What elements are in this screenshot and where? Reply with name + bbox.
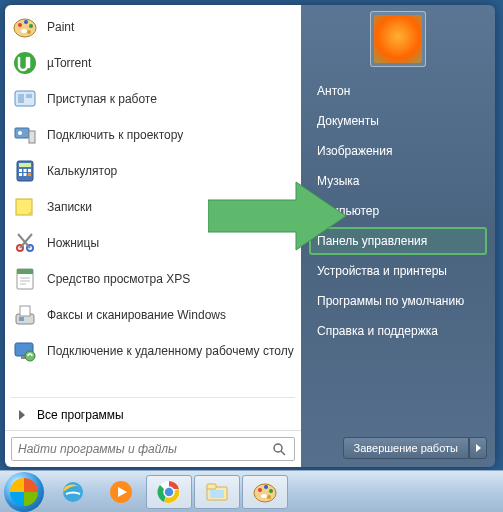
- svg-point-52: [261, 494, 267, 498]
- program-label: Подключение к удаленному рабочему столу: [47, 344, 294, 358]
- program-item-projector[interactable]: Подключить к проектору: [5, 117, 301, 153]
- program-label: Факсы и сканирование Windows: [47, 308, 226, 322]
- right-item-2[interactable]: Изображения: [309, 137, 487, 165]
- program-item-getting-started[interactable]: Приступая к работе: [5, 81, 301, 117]
- search-icon[interactable]: [272, 442, 294, 456]
- program-item-sticky-notes[interactable]: Записки: [5, 189, 301, 225]
- wmp-icon: [108, 479, 134, 505]
- svg-point-50: [269, 489, 273, 493]
- taskbar-paint[interactable]: [242, 475, 288, 509]
- projector-icon: [11, 121, 39, 149]
- svg-rect-45: [207, 484, 216, 489]
- shutdown-options-button[interactable]: [469, 437, 487, 459]
- ie-icon: [60, 479, 86, 505]
- shutdown-wrap: Завершение работы: [309, 437, 487, 459]
- fax-icon: [11, 301, 39, 329]
- right-item-0[interactable]: Антон: [309, 77, 487, 105]
- search-input[interactable]: [12, 442, 272, 456]
- program-label: Приступая к работе: [47, 92, 157, 106]
- svg-rect-11: [29, 131, 35, 143]
- svg-rect-46: [210, 490, 224, 498]
- svg-point-5: [21, 29, 27, 33]
- program-label: Средство просмотра XPS: [47, 272, 190, 286]
- svg-rect-17: [28, 169, 31, 172]
- program-label: Paint: [47, 20, 74, 34]
- svg-point-4: [27, 30, 31, 34]
- right-panel: АнтонДокументыИзображенияМузыкаКомпьютер…: [301, 5, 495, 467]
- xps-icon: [11, 265, 39, 293]
- right-item-5[interactable]: Панель управления: [309, 227, 487, 255]
- taskbar-chrome[interactable]: [146, 475, 192, 509]
- taskbar-ie[interactable]: [50, 475, 96, 509]
- svg-point-49: [264, 485, 268, 489]
- avatar-wrap: [309, 11, 487, 67]
- shutdown-button[interactable]: Завершение работы: [343, 437, 469, 459]
- svg-rect-9: [26, 94, 32, 98]
- svg-point-51: [267, 495, 271, 499]
- svg-rect-18: [19, 173, 22, 176]
- utorrent-icon: [11, 49, 39, 77]
- svg-rect-8: [18, 94, 24, 103]
- right-item-8[interactable]: Справка и поддержка: [309, 317, 487, 345]
- svg-rect-19: [24, 173, 27, 176]
- program-list: PaintµTorrentПриступая к работеПодключит…: [5, 5, 301, 395]
- paint-icon: [252, 479, 278, 505]
- taskbar: [0, 470, 503, 512]
- svg-rect-15: [19, 169, 22, 172]
- getting-started-icon: [11, 85, 39, 113]
- all-programs-item[interactable]: Все программы: [5, 400, 301, 430]
- svg-line-38: [281, 451, 285, 455]
- right-item-3[interactable]: Музыка: [309, 167, 487, 195]
- right-item-1[interactable]: Документы: [309, 107, 487, 135]
- program-label: µTorrent: [47, 56, 91, 70]
- svg-point-36: [25, 351, 35, 361]
- svg-rect-27: [17, 269, 33, 274]
- start-orb[interactable]: [4, 472, 44, 512]
- snipping-icon: [11, 229, 39, 257]
- chevron-right-icon: [476, 444, 481, 452]
- separator: [11, 397, 295, 398]
- explorer-icon: [204, 479, 230, 505]
- rdp-icon: [11, 337, 39, 365]
- svg-point-1: [18, 23, 22, 27]
- program-label: Ножницы: [47, 236, 99, 250]
- right-item-4[interactable]: Компьютер: [309, 197, 487, 225]
- chevron-right-icon: [19, 410, 25, 420]
- svg-rect-16: [24, 169, 27, 172]
- user-avatar[interactable]: [370, 11, 426, 67]
- svg-rect-32: [20, 306, 30, 316]
- all-programs-label: Все программы: [37, 408, 124, 422]
- search-box[interactable]: [11, 437, 295, 461]
- svg-point-2: [24, 20, 28, 24]
- svg-rect-14: [19, 163, 31, 167]
- svg-rect-20: [28, 173, 31, 176]
- sticky-notes-icon: [11, 193, 39, 221]
- program-item-utorrent[interactable]: µTorrent: [5, 45, 301, 81]
- chrome-icon: [156, 479, 182, 505]
- start-menu: PaintµTorrentПриступая к работеПодключит…: [5, 5, 495, 467]
- program-item-paint[interactable]: Paint: [5, 9, 301, 45]
- program-item-snipping[interactable]: Ножницы: [5, 225, 301, 261]
- flower-icon: [374, 15, 422, 63]
- svg-rect-33: [19, 317, 24, 321]
- program-item-fax[interactable]: Факсы и сканирование Windows: [5, 297, 301, 333]
- left-panel: PaintµTorrentПриступая к работеПодключит…: [5, 5, 301, 467]
- search-wrap: [5, 430, 301, 467]
- right-item-6[interactable]: Устройства и принтеры: [309, 257, 487, 285]
- taskbar-wmp[interactable]: [98, 475, 144, 509]
- calculator-icon: [11, 157, 39, 185]
- right-item-7[interactable]: Программы по умолчанию: [309, 287, 487, 315]
- right-list: АнтонДокументыИзображенияМузыкаКомпьютер…: [309, 77, 487, 437]
- paint-icon: [11, 13, 39, 41]
- program-label: Калькулятор: [47, 164, 117, 178]
- program-item-calculator[interactable]: Калькулятор: [5, 153, 301, 189]
- taskbar-explorer[interactable]: [194, 475, 240, 509]
- svg-point-12: [18, 131, 22, 135]
- svg-point-37: [274, 444, 282, 452]
- svg-point-48: [258, 488, 262, 492]
- program-item-xps[interactable]: Средство просмотра XPS: [5, 261, 301, 297]
- program-label: Подключить к проектору: [47, 128, 183, 142]
- program-label: Записки: [47, 200, 92, 214]
- program-item-rdp[interactable]: Подключение к удаленному рабочему столу: [5, 333, 301, 369]
- svg-point-3: [29, 24, 33, 28]
